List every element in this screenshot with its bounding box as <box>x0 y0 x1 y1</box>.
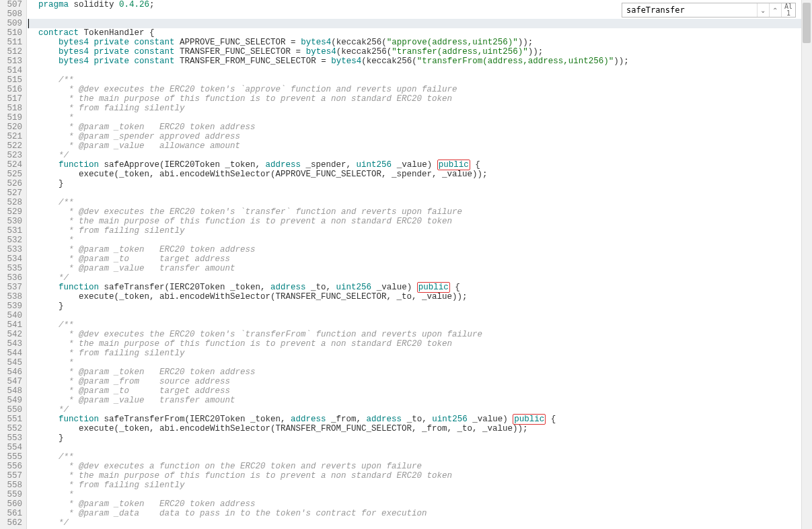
code-token: * @param _token ERC20 token address <box>69 499 256 509</box>
code-token: } <box>28 433 64 443</box>
code-line[interactable]: * the main purpose of this function is t… <box>27 94 812 104</box>
code-token: * @dev executes the ERC20 token's `appro… <box>69 85 457 94</box>
code-line[interactable]: * from failing silently <box>27 226 812 236</box>
code-line[interactable]: * the main purpose of this function is t… <box>27 217 812 226</box>
code-token: contract <box>38 28 79 38</box>
code-line[interactable]: */ <box>27 518 812 528</box>
code-area[interactable]: pragma solidity 0.4.26; contract TokenHa… <box>27 0 812 529</box>
code-line[interactable]: * @param _spender approved address <box>27 132 812 141</box>
code-line[interactable] <box>27 311 812 320</box>
highlighted-keyword: public <box>437 160 470 170</box>
code-line[interactable]: contract TokenHandler { <box>27 28 812 38</box>
search-all-label[interactable]: Al1 <box>781 3 795 17</box>
code-token: /** <box>59 320 74 330</box>
code-token: function <box>59 415 99 424</box>
code-line[interactable]: function safeTransferFrom(IERC20Token _t… <box>27 415 812 424</box>
code-token <box>28 217 69 226</box>
code-line[interactable]: execute(_token, abi.encodeWithSelector(A… <box>27 170 812 179</box>
code-token: address <box>367 415 402 424</box>
code-line[interactable]: function safeApprove(IERC20Token _token,… <box>27 160 812 170</box>
line-number: 521 <box>0 132 22 141</box>
code-line[interactable]: * from failing silently <box>27 104 812 113</box>
code-line[interactable]: /** <box>27 198 812 207</box>
search-next-button[interactable]: ⌄ <box>757 3 769 17</box>
line-number: 515 <box>0 75 22 85</box>
code-line[interactable]: bytes4 private constant TRANSFER_FUNC_SE… <box>27 47 812 57</box>
code-line[interactable]: * @dev executes a function on the ERC20 … <box>27 462 812 471</box>
code-line[interactable]: * @param _data data to pass in to the to… <box>27 509 812 518</box>
code-line[interactable]: execute(_token, abi.encodeWithSelector(T… <box>27 424 812 433</box>
code-token <box>28 94 69 104</box>
line-number: 556 <box>0 462 22 471</box>
line-number: 524 <box>0 160 22 170</box>
code-line[interactable]: * from failing silently <box>27 481 812 490</box>
search-prev-button[interactable]: ⌃ <box>769 3 781 17</box>
code-line[interactable]: function safeTransfer(IERC20Token _token… <box>27 283 812 292</box>
code-line[interactable]: * @param _value transfer amount <box>27 264 812 273</box>
search-box: ⌄ ⌃ Al1 <box>622 3 796 17</box>
code-line[interactable]: /** <box>27 75 812 85</box>
code-line[interactable]: */ <box>27 405 812 415</box>
line-number: 531 <box>0 226 22 236</box>
code-line[interactable]: * @param _from source address <box>27 377 812 386</box>
code-line[interactable]: } <box>27 433 812 443</box>
code-line[interactable]: */ <box>27 273 812 283</box>
code-line[interactable]: * @param _token ERC20 token address <box>27 499 812 509</box>
code-line[interactable]: * @dev executes the ERC20 token's `trans… <box>27 207 812 217</box>
code-token: */ <box>59 273 69 283</box>
line-number: 559 <box>0 490 22 499</box>
code-line[interactable]: bytes4 private constant APPROVE_FUNC_SEL… <box>27 38 812 47</box>
line-number: 519 <box>0 113 22 122</box>
line-number: 538 <box>0 292 22 302</box>
code-line[interactable]: } <box>27 179 812 188</box>
line-number: 550 <box>0 405 22 415</box>
code-line[interactable]: * @dev executes the ERC20 token's `appro… <box>27 85 812 94</box>
code-line[interactable]: * @param _token ERC20 token address <box>27 245 812 254</box>
code-line[interactable]: /** <box>27 320 812 330</box>
search-input[interactable] <box>622 4 757 16</box>
line-number: 549 <box>0 396 22 405</box>
code-line[interactable]: * from failing silently <box>27 349 812 358</box>
code-token <box>28 75 59 85</box>
code-token: bytes4 <box>59 47 89 57</box>
code-line[interactable] <box>27 188 812 198</box>
code-line[interactable]: * <box>27 236 812 245</box>
code-line[interactable]: * @param _value allowance amount <box>27 141 812 151</box>
code-token: { <box>450 283 460 292</box>
code-token: * @param _from source address <box>69 377 230 386</box>
code-line[interactable]: bytes4 private constant TRANSFER_FROM_FU… <box>27 57 812 66</box>
code-token: bytes4 <box>306 47 336 57</box>
scroll-thumb[interactable] <box>803 3 811 43</box>
code-token: /** <box>59 75 74 85</box>
code-line[interactable]: * @param _token ERC20 token address <box>27 122 812 132</box>
code-line[interactable]: execute(_token, abi.encodeWithSelector(T… <box>27 292 812 302</box>
code-token <box>28 122 69 132</box>
code-line[interactable]: * <box>27 358 812 367</box>
code-line[interactable]: * <box>27 113 812 122</box>
code-line[interactable]: * @dev executes the ERC20 token's `trans… <box>27 330 812 339</box>
code-line[interactable] <box>27 443 812 452</box>
line-number: 533 <box>0 245 22 254</box>
code-line[interactable]: * @param _token ERC20 token address <box>27 367 812 377</box>
line-number: 530 <box>0 217 22 226</box>
code-line[interactable]: * @param _to target address <box>27 386 812 396</box>
code-token <box>28 132 69 141</box>
code-token <box>28 320 59 330</box>
code-line[interactable]: * the main purpose of this function is t… <box>27 471 812 481</box>
code-line[interactable]: } <box>27 302 812 311</box>
code-token: uint256 <box>336 283 372 292</box>
code-line[interactable]: * @param _value transfer amount <box>27 396 812 405</box>
code-token: */ <box>59 151 69 160</box>
line-number: 529 <box>0 207 22 217</box>
vertical-scrollbar[interactable] <box>801 0 812 529</box>
code-line[interactable]: /** <box>27 452 812 462</box>
code-line[interactable] <box>27 19 812 28</box>
code-line[interactable]: * @param _to target address <box>27 254 812 264</box>
code-token <box>28 160 59 170</box>
code-editor: 5075085095105115125135145155165175185195… <box>0 0 812 529</box>
code-line[interactable] <box>27 66 812 75</box>
code-line[interactable]: */ <box>27 151 812 160</box>
code-line[interactable]: * the main purpose of this function is t… <box>27 339 812 349</box>
code-line[interactable]: * <box>27 490 812 499</box>
line-number: 522 <box>0 141 22 151</box>
